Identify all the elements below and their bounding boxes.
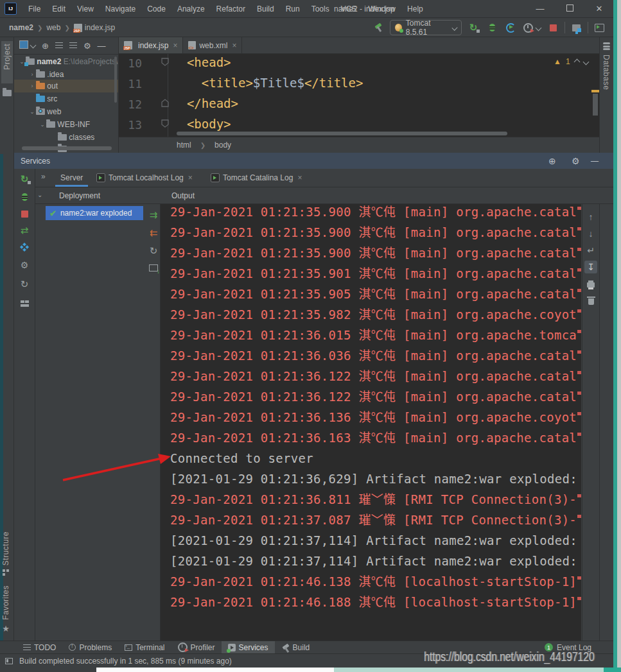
breadcrumb-html[interactable]: html (177, 141, 191, 150)
project-horizontal-scrollbar[interactable] (22, 146, 112, 150)
breadcrumb-body[interactable]: body (214, 141, 231, 150)
tree-row-root[interactable]: ⌄ name2 E:\IdeaProjects\nam (18, 55, 119, 68)
stop-button[interactable] (546, 19, 561, 36)
scroll-down-button[interactable]: ↓ (584, 227, 597, 240)
menu-build[interactable]: Build (251, 0, 280, 18)
services-button[interactable]: Services (222, 641, 275, 654)
deployment-item-row[interactable]: ✔ name2:war exploded (46, 206, 143, 220)
hide-panel-button[interactable]: — (98, 42, 106, 50)
services-view-button[interactable] (14, 239, 35, 255)
project-settings-button[interactable]: ⚙ (83, 42, 91, 50)
expand-all-button[interactable] (55, 41, 63, 50)
redeploy-button[interactable]: ↻ (146, 244, 161, 258)
close-icon[interactable]: × (173, 41, 177, 50)
locate-icon[interactable]: ⊕ (548, 156, 556, 166)
menu-help[interactable]: Help (401, 0, 429, 18)
project-structure-button[interactable] (569, 19, 584, 36)
layout-button[interactable] (14, 296, 35, 311)
menu-edit[interactable]: Edit (46, 0, 71, 18)
fold-marker-icon[interactable] (161, 119, 169, 128)
close-icon[interactable]: × (232, 41, 236, 50)
tool-window-button[interactable] (592, 19, 607, 36)
clear-console-button[interactable] (584, 295, 597, 308)
next-warning-icon[interactable] (582, 58, 589, 65)
tree-row-webinf[interactable]: ⌄ WEB-INF (39, 118, 90, 131)
undeploy-button[interactable]: ⇇ (146, 226, 161, 240)
tree-row-web[interactable]: ⌄ web (28, 105, 61, 118)
breadcrumb-file[interactable]: index.jsp (85, 23, 115, 32)
build-hammer-button[interactable] (371, 19, 386, 36)
rerun-server-button[interactable]: ↻ (14, 171, 35, 187)
console-scrollbar[interactable] (577, 204, 582, 641)
hot-swap-button[interactable] (146, 261, 161, 275)
menu-view[interactable]: View (71, 0, 100, 18)
server-output-console[interactable]: 29-Jan-2021 01:21:35.900 淇℃伅 [main] org.… (161, 204, 581, 641)
menu-analyze[interactable]: Analyze (171, 0, 211, 18)
tab-index-jsp[interactable]: index.jsp × (119, 37, 183, 53)
build-button-bottom[interactable]: Build (275, 641, 317, 654)
fold-marker-icon[interactable] (161, 99, 169, 107)
collapse-all-button[interactable] (69, 41, 77, 50)
profiler-button-bottom[interactable]: Profiler (171, 641, 222, 654)
tab-web-xml[interactable]: web.xml × (183, 37, 242, 53)
scroll-up-button[interactable]: ↑ (584, 211, 597, 223)
menu-run[interactable]: Run (280, 0, 306, 18)
hidden-tabs-icon[interactable]: » (41, 172, 46, 181)
editor-code-area[interactable]: 10 11 12 13 <head> <title>$Title$</title… (119, 54, 599, 137)
problems-button[interactable]: Problems (62, 641, 118, 654)
close-icon[interactable]: × (188, 173, 193, 182)
tree-row-out[interactable]: › out (28, 80, 58, 92)
fold-marker-icon[interactable] (161, 58, 169, 66)
project-vertical-scrollbar[interactable] (114, 56, 117, 103)
refresh-button[interactable]: ↻ (14, 277, 35, 292)
deploy-button[interactable]: ⇉ (146, 208, 161, 222)
deploy-all-button[interactable]: ⇄ (14, 223, 35, 238)
todo-button[interactable]: TODO (17, 641, 62, 654)
stop-server-button[interactable] (14, 206, 35, 221)
breadcrumb-project[interactable]: name2 (9, 23, 33, 32)
run-configuration-select[interactable]: Tomcat 8.5.61 (390, 20, 462, 35)
favorites-stripe-button[interactable]: Favorites ★ (1, 585, 10, 633)
locate-file-button[interactable]: ⊕ (42, 42, 49, 50)
menu-tools[interactable]: Tools (306, 0, 335, 18)
database-stripe-button[interactable]: Database (602, 42, 611, 90)
editor-vertical-scrollbar[interactable] (593, 94, 598, 116)
close-button[interactable]: ✕ (587, 0, 611, 18)
tree-row-src[interactable]: src (36, 92, 57, 105)
maximize-button[interactable] (557, 0, 582, 18)
tree-row-classes[interactable]: classes (58, 131, 94, 144)
coverage-button[interactable] (503, 19, 518, 36)
editor-horizontal-scrollbar[interactable] (177, 132, 507, 135)
print-button[interactable] (584, 279, 597, 291)
menu-refactor[interactable]: Refactor (211, 0, 251, 18)
close-icon[interactable]: × (297, 173, 302, 182)
gear-icon[interactable]: ⚙ (572, 156, 580, 166)
folder-stripe-icon[interactable] (3, 89, 12, 98)
inspection-widget[interactable]: ▲ 1 (554, 56, 599, 67)
services-header[interactable]: Services ⊕ ⚙ — (14, 153, 613, 169)
tab-tomcat-catalina-log[interactable]: Tomcat Catalina Log × (211, 169, 302, 187)
project-stripe-button[interactable]: Project (1, 41, 13, 83)
profiler-button[interactable] (522, 19, 541, 36)
chevron-expanded-icon[interactable]: ⌄ (37, 191, 42, 198)
prev-warning-icon[interactable] (573, 58, 580, 65)
minimize-button[interactable]: — (528, 0, 552, 18)
menu-navigate[interactable]: Navigate (100, 0, 141, 18)
scroll-to-end-button[interactable]: ↧ (584, 261, 597, 273)
tab-tomcat-localhost-log[interactable]: Tomcat Localhost Log × (96, 169, 193, 187)
debug-server-button[interactable] (14, 189, 35, 205)
menu-file[interactable]: File (22, 0, 46, 18)
project-view-select[interactable] (19, 40, 35, 51)
tree-row-idea[interactable]: › .idea (28, 68, 64, 81)
soft-wrap-button[interactable]: ↵ (584, 244, 597, 257)
tool-window-layout-icon[interactable] (5, 658, 13, 664)
menu-code[interactable]: Code (141, 0, 171, 18)
debug-button[interactable] (485, 19, 500, 36)
server-settings-button[interactable]: ⚙ (14, 257, 35, 273)
structure-stripe-button[interactable]: Structure (1, 531, 10, 576)
breadcrumb-web[interactable]: web (46, 23, 60, 32)
minimize-panel-icon[interactable]: — (591, 157, 599, 166)
terminal-button[interactable]: Terminal (118, 641, 171, 654)
tab-server[interactable]: Server (60, 169, 83, 187)
run-button[interactable]: ↻ (466, 19, 480, 36)
